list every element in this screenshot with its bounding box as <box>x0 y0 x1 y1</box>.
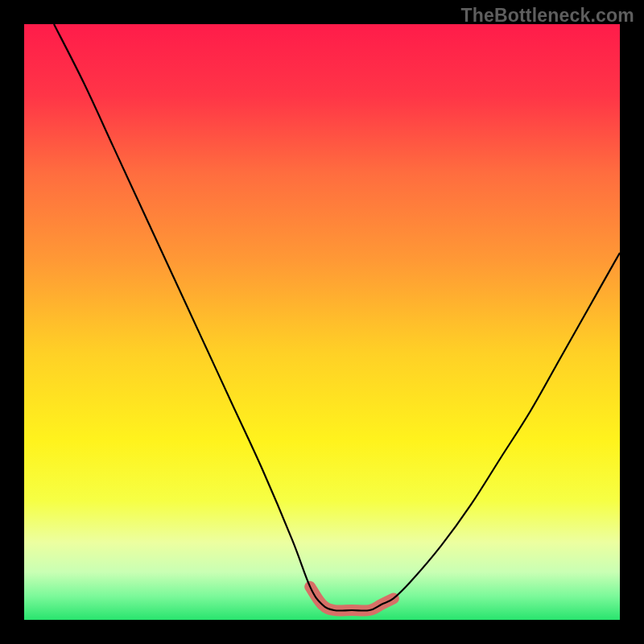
optimal-range-band <box>310 587 394 611</box>
curve-layer <box>24 24 620 620</box>
watermark-text: TheBottleneck.com <box>460 5 634 27</box>
bottleneck-curve <box>54 24 620 611</box>
plot-area <box>24 24 620 620</box>
chart-container: TheBottleneck.com <box>0 0 644 644</box>
